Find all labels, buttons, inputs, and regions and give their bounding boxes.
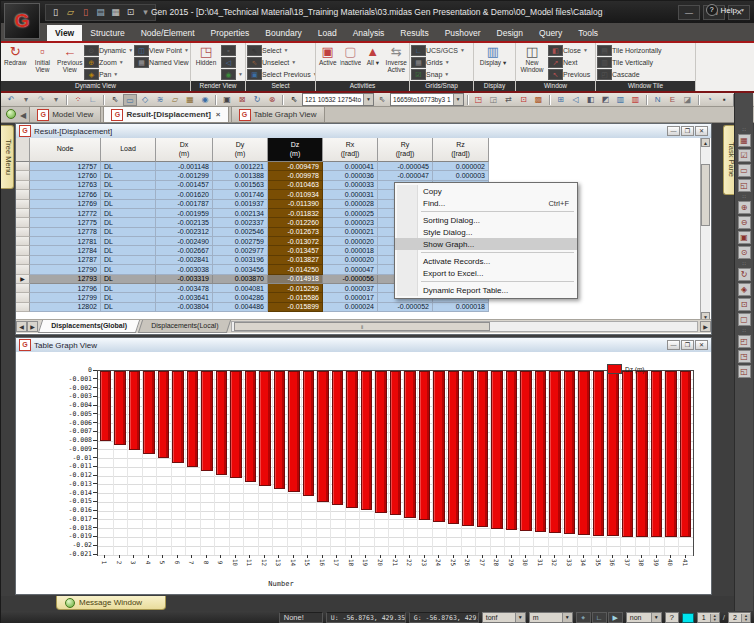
cell-load[interactable]: DL: [101, 246, 156, 255]
column-header-dy[interactable]: Dy(m): [213, 138, 268, 162]
node-range-combo[interactable]: 121 10532 12754to▼: [302, 93, 374, 106]
print-preview-icon[interactable]: ⊡: [124, 6, 137, 19]
activate-tool-icon[interactable]: ⊡: [738, 298, 751, 311]
cell-dy[interactable]: 0.002337: [213, 218, 268, 227]
row-selector[interactable]: [16, 209, 30, 218]
cell-dz[interactable]: -0.015259: [268, 284, 323, 293]
column-header-rx[interactable]: Rx([rad]): [323, 138, 378, 162]
cell-dz[interactable]: -0.011832: [268, 209, 323, 218]
node-number-icon[interactable]: N: [651, 94, 665, 106]
column-header-ry[interactable]: Ry([rad]): [378, 138, 433, 162]
row-selector[interactable]: [16, 162, 30, 171]
query-icon[interactable]: ◔: [703, 94, 717, 106]
minimize-window-icon[interactable]: —: [667, 340, 680, 350]
active-button[interactable]: ▣Active: [317, 44, 339, 67]
message-window-tab[interactable]: Message Window: [56, 596, 166, 610]
hidden-surface-icon[interactable]: ◧: [584, 94, 598, 106]
cell-dz[interactable]: -0.009978: [268, 171, 323, 180]
undo-dropdown-icon[interactable]: ▾: [19, 94, 33, 106]
cell-rx[interactable]: 0.000033: [323, 181, 378, 190]
cell-node[interactable]: 12796: [30, 284, 101, 293]
select-window-tool-icon[interactable]: ▭: [738, 164, 751, 177]
menu-tab-load[interactable]: Load: [310, 25, 345, 41]
cell-dx[interactable]: -0.003038: [156, 265, 213, 274]
select-button[interactable]: ⇖Select▼: [247, 44, 315, 56]
color-swatch[interactable]: [682, 613, 694, 623]
previous-view-button[interactable]: ←Previous View: [57, 44, 83, 74]
cell-load[interactable]: DL: [101, 218, 156, 227]
select-all-icon[interactable]: ▣: [220, 94, 234, 106]
cell-dy[interactable]: 0.001563: [213, 181, 268, 190]
cell-dy[interactable]: 0.003870: [213, 275, 268, 284]
select-polygon-icon[interactable]: ◇: [138, 94, 152, 106]
inverse-active-button[interactable]: ⇆Inverse Active: [385, 44, 408, 74]
cell-dx[interactable]: -0.003641: [156, 293, 213, 302]
select-single-icon[interactable]: ⇖: [108, 94, 122, 106]
cell-rx[interactable]: 0.000024: [323, 303, 378, 312]
menu-tab-design[interactable]: Design: [489, 25, 531, 41]
menu-tab-query[interactable]: Query: [531, 25, 570, 41]
dynamic-rotate-icon[interactable]: ↻: [738, 268, 751, 281]
tile-horizontally-button[interactable]: ▤Tile Horizontally: [597, 44, 662, 56]
shrink-icon-button[interactable]: ▫: [221, 44, 243, 56]
table-window-titlebar[interactable]: G Result-[Displacement] — ❐ ✕: [16, 124, 711, 139]
column-header-load[interactable]: Load: [101, 138, 156, 162]
cell-rx[interactable]: 0.000037: [323, 284, 378, 293]
minimize-window-icon[interactable]: —: [667, 126, 680, 136]
print-icon[interactable]: ▦: [109, 6, 122, 19]
cell-rx[interactable]: 0.000041: [323, 162, 378, 171]
inactivate-icon[interactable]: ◲: [487, 94, 501, 106]
cell-rz[interactable]: 0.000003: [433, 171, 489, 180]
zoom-fit-tool-icon[interactable]: ▣: [738, 231, 751, 244]
cell-ry[interactable]: -0.000052: [378, 303, 433, 312]
cell-dz[interactable]: -0.009479: [268, 162, 323, 171]
sheet-next-icon[interactable]: ▶: [27, 321, 38, 332]
cell-load[interactable]: DL: [101, 265, 156, 274]
row-selector[interactable]: [16, 303, 30, 312]
perspective-icon-button[interactable]: ◁: [221, 56, 243, 68]
cell-rx[interactable]: 0.000018: [323, 246, 378, 255]
context-help-button[interactable]: ?: [665, 612, 679, 623]
inactivate-tool-icon[interactable]: ▢: [738, 313, 751, 326]
play-status-icon[interactable]: ▶: [608, 612, 623, 623]
row-selector[interactable]: [16, 237, 30, 246]
close-button[interactable]: ◧Close▼: [548, 44, 590, 56]
cell-load[interactable]: DL: [101, 162, 156, 171]
cell-node[interactable]: 12793: [30, 275, 101, 284]
cell-dz[interactable]: -0.014918: [268, 275, 323, 284]
redo-icon[interactable]: ↷: [34, 94, 48, 106]
cell-dy[interactable]: 0.002134: [213, 209, 268, 218]
cell-dz[interactable]: -0.011390: [268, 200, 323, 209]
zoom-out-icon[interactable]: ⊖: [738, 216, 751, 229]
swap-activity-icon[interactable]: ⇄: [502, 94, 516, 106]
ucs-gcs-button[interactable]: ∟UCS/GCS▼: [411, 44, 465, 56]
lock-icon[interactable]: ▪: [718, 94, 732, 106]
next-button[interactable]: ↗Next: [548, 56, 590, 68]
cell-dy[interactable]: 0.001388: [213, 171, 268, 180]
menu-item-find[interactable]: Find...Ctrl+F: [395, 197, 577, 209]
cell-node[interactable]: 12802: [30, 303, 101, 312]
cell-dx[interactable]: -0.001620: [156, 190, 213, 199]
close-tab-icon[interactable]: ×: [216, 110, 221, 119]
cell-dy[interactable]: 0.004486: [213, 303, 268, 312]
element-mode-icon[interactable]: ∟: [86, 94, 100, 106]
cell-load[interactable]: DL: [101, 256, 156, 265]
display-active-icon[interactable]: ▥: [629, 94, 643, 106]
row-selector[interactable]: [16, 181, 30, 190]
close-window-icon[interactable]: ✕: [695, 340, 708, 350]
cell-rx[interactable]: 0.000020: [323, 237, 378, 246]
column-header-node[interactable]: Node: [30, 138, 101, 162]
snap-check-icon[interactable]: ☑: [738, 149, 751, 162]
cell-dx[interactable]: -0.001299: [156, 171, 213, 180]
grid-settings-icon[interactable]: ▦: [738, 134, 751, 147]
select-block-icon[interactable]: ▦: [183, 94, 197, 106]
redo-dropdown-icon[interactable]: ▾: [49, 94, 63, 106]
cell-rx[interactable]: 0.000025: [323, 209, 378, 218]
cell-node[interactable]: 12772: [30, 209, 101, 218]
cell-dz[interactable]: -0.015899: [268, 303, 323, 312]
window-tool-1-icon[interactable]: ◰: [738, 335, 751, 348]
cell-load[interactable]: DL: [101, 237, 156, 246]
row-selector[interactable]: [16, 171, 30, 180]
zoom-fit-icon[interactable]: ⊞: [554, 94, 568, 106]
cell-load[interactable]: DL: [101, 181, 156, 190]
